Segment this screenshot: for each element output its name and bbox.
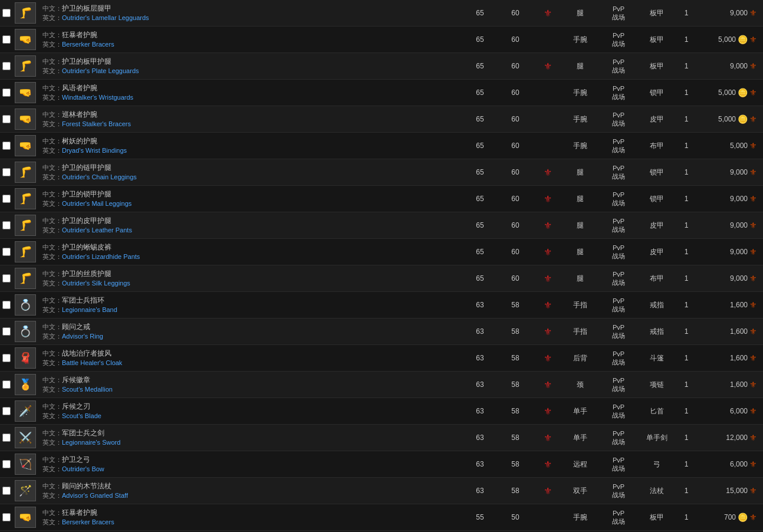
source-col: PvP战场: [598, 191, 639, 208]
row-checkbox[interactable]: [2, 115, 11, 123]
price-value: 9,000: [730, 274, 748, 283]
item-name-en[interactable]: Legionnaire's Sword: [62, 439, 120, 446]
row-checkbox[interactable]: [2, 434, 11, 442]
item-name-col: 中文：护卫的链甲护腿 英文：Outrider's Chain Leggings: [38, 160, 462, 184]
row-checkbox[interactable]: [2, 195, 11, 203]
checkbox-col[interactable]: [0, 9, 13, 17]
item-name-en[interactable]: Outrider's Bow: [62, 465, 104, 472]
price-col: 5,000 🪙⚜: [698, 88, 763, 97]
item-name-en[interactable]: Outrider's Plate Legguards: [62, 67, 139, 74]
checkbox-col[interactable]: [0, 434, 13, 442]
checkbox-col[interactable]: [0, 142, 13, 150]
type-col: 锁甲: [639, 168, 675, 178]
item-name-en[interactable]: Berserker Bracers: [62, 518, 114, 526]
checkbox-col[interactable]: [0, 88, 13, 97]
item-name-en[interactable]: Outrider's Leather Pants: [62, 226, 132, 234]
item-name-col: 中文：顾问之戒 英文：Advisor's Ring: [38, 320, 462, 343]
checkbox-col[interactable]: [0, 35, 13, 44]
item-name-en[interactable]: Outrider's Lizardhide Pants: [62, 253, 140, 260]
checkbox-col[interactable]: [0, 274, 13, 283]
table-row: 🦵 中文：护卫的板甲护腿 英文：Outrider's Plate Legguar…: [0, 53, 763, 80]
source-col: PvP战场: [598, 270, 639, 287]
row-checkbox[interactable]: [2, 168, 11, 176]
type-col: 皮甲: [639, 221, 675, 231]
source-col: PvP战场: [598, 403, 639, 420]
faction-col: ⚜: [533, 8, 563, 19]
row-checkbox[interactable]: [2, 487, 11, 495]
checkbox-col[interactable]: [0, 327, 13, 336]
horde-faction-icon: ⚜: [544, 274, 552, 284]
checkbox-col[interactable]: [0, 221, 13, 229]
faction-col: ⚜: [533, 167, 563, 178]
checkbox-col[interactable]: [0, 62, 13, 70]
faction-col: ⚜: [533, 485, 563, 497]
item-name-en[interactable]: Outrider's Lamellar Legguards: [62, 14, 149, 21]
row-checkbox[interactable]: [2, 88, 11, 97]
slot-col: 腿: [563, 8, 598, 18]
req-level-col: 60: [498, 62, 533, 70]
checkbox-col[interactable]: [0, 407, 13, 415]
source-col: PvP战场: [598, 31, 639, 48]
item-name-en[interactable]: Scout's Medallion: [62, 386, 113, 393]
row-checkbox[interactable]: [2, 35, 11, 44]
checkbox-col[interactable]: [0, 168, 13, 176]
item-name-en[interactable]: Advisor's Gnarled Staff: [62, 492, 128, 499]
row-checkbox[interactable]: [2, 9, 11, 17]
horde-faction-icon: ⚜: [544, 8, 552, 18]
checkbox-col[interactable]: [0, 380, 13, 389]
price-col: 6,000 ⚜: [698, 406, 763, 416]
source-col: PvP战场: [598, 509, 639, 526]
faction-col: ⚜: [533, 273, 563, 284]
checkbox-col[interactable]: [0, 513, 13, 521]
price-value: 9,000: [730, 9, 748, 17]
checkbox-col[interactable]: [0, 248, 13, 256]
item-name-en-row: 英文：Legionnaire's Sword: [42, 438, 458, 447]
count-col: 1: [675, 327, 698, 336]
item-name-en[interactable]: Advisor's Ring: [62, 333, 103, 340]
table-row: 🤜 中文：巡林者护腕 英文：Forest Stalker's Bracers 6…: [0, 106, 763, 133]
row-checkbox[interactable]: [2, 380, 11, 389]
item-icon: 💍: [15, 294, 36, 316]
item-name-en[interactable]: Battle Healer's Cloak: [62, 359, 122, 366]
source-col: PvP战场: [598, 323, 639, 340]
level-col: 65: [462, 195, 498, 203]
item-name-en[interactable]: Scout's Blade: [62, 412, 101, 419]
row-checkbox[interactable]: [2, 513, 11, 521]
zh-label: 中文：: [42, 164, 62, 171]
row-checkbox[interactable]: [2, 354, 11, 362]
row-checkbox[interactable]: [2, 327, 11, 336]
checkbox-col[interactable]: [0, 460, 13, 468]
faction-col: ⚜: [533, 432, 563, 444]
item-name-en[interactable]: Outrider's Chain Leggings: [62, 173, 137, 180]
faction-col: ⚜: [533, 459, 563, 470]
item-icon-col: 🧣: [13, 347, 38, 369]
checkbox-col[interactable]: [0, 487, 13, 495]
level-col: 65: [462, 168, 498, 176]
row-checkbox[interactable]: [2, 248, 11, 256]
item-name-en[interactable]: Forest Stalker's Bracers: [62, 120, 131, 127]
level-col: 63: [462, 354, 498, 362]
horde-faction-icon: ⚜: [544, 406, 552, 416]
item-name-zh: 中文：战地治疗者披风: [42, 349, 458, 359]
row-checkbox[interactable]: [2, 407, 11, 415]
row-checkbox[interactable]: [2, 274, 11, 283]
checkbox-col[interactable]: [0, 195, 13, 203]
item-name-en[interactable]: Outrider's Mail Leggings: [62, 200, 131, 207]
item-name-en[interactable]: Berserker Bracers: [62, 41, 114, 48]
checkbox-col[interactable]: [0, 115, 13, 123]
item-name-en[interactable]: Windtalker's Wristguards: [62, 94, 133, 101]
item-name-en[interactable]: Dryad's Wrist Bindings: [62, 147, 127, 154]
checkbox-col[interactable]: [0, 354, 13, 362]
price-col: 1,600 ⚜: [698, 380, 763, 389]
row-checkbox[interactable]: [2, 142, 11, 150]
item-name-en[interactable]: Legionnaire's Band: [62, 306, 117, 313]
row-checkbox[interactable]: [2, 221, 11, 229]
row-checkbox[interactable]: [2, 62, 11, 70]
item-name-en[interactable]: Outrider's Silk Leggings: [62, 280, 130, 287]
gold-icon: 🪙: [738, 88, 748, 97]
level-col: 63: [462, 407, 498, 415]
checkbox-col[interactable]: [0, 301, 13, 309]
row-checkbox[interactable]: [2, 460, 11, 468]
row-checkbox[interactable]: [2, 301, 11, 309]
req-level-col: 58: [498, 434, 533, 442]
